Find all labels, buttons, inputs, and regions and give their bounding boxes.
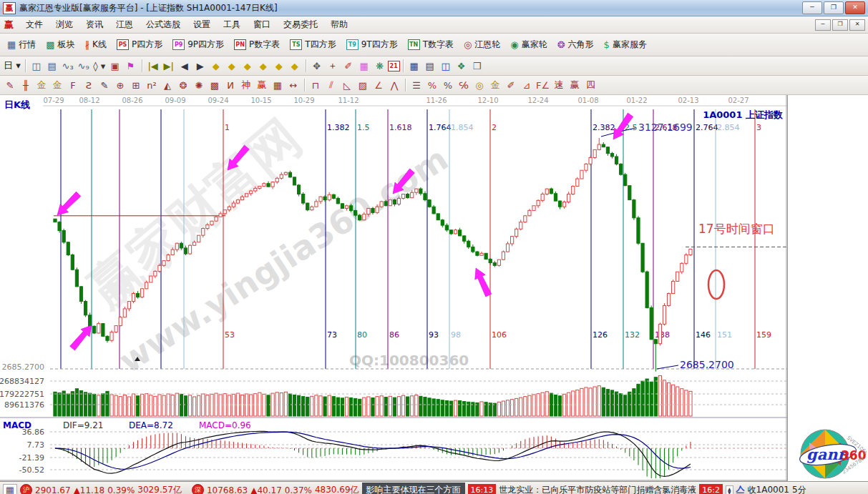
gann-circle-tool[interactable]: ⊕ [112,78,128,93]
export-icon[interactable]: ❖ [454,59,469,74]
menu-item-9[interactable]: 交易委托 [277,17,324,32]
menu-item-4[interactable]: 江恩 [109,17,140,32]
menu-item-6[interactable]: 设置 [187,17,217,32]
kline-box-icon[interactable]: ▣ [107,59,123,74]
save-icon[interactable]: ◫ [438,59,454,74]
angle-ying-tool[interactable]: 赢 [567,76,582,94]
golden-section-h-tool[interactable]: 金 [34,76,49,94]
gold-line-tool[interactable]: 金 [487,76,503,94]
ticker-spinner[interactable]: ▲▼ [726,485,733,494]
crosshair-tool[interactable]: ＋ [325,57,341,74]
gann-grid-tool[interactable]: ╫ [18,78,34,93]
brush-tool[interactable]: ✎ [97,78,112,93]
width-measure-tool[interactable]: ↔ [286,78,301,93]
p-table-button[interactable]: PNP数字表 [229,36,285,53]
shen-tool[interactable]: 神 [238,76,254,94]
percent-line-tool[interactable]: ℅ [456,78,472,93]
angle-speed-tool[interactable]: 速 [551,76,567,94]
angle-line-tool[interactable]: ∠ [371,78,386,93]
box-frame-tool[interactable]: ⊓ [308,78,323,93]
p-square-button[interactable]: PSP四方形 [112,36,167,53]
prev-bar-button[interactable]: ◀ [177,59,192,74]
green-wheel-tool[interactable]: ❋ [372,59,388,74]
angle-f-tool[interactable]: F∠ [535,78,551,93]
9p-square-button[interactable]: P99P四方形 [167,36,229,53]
gann-wheel-button[interactable]: ◎江恩轮 [459,36,505,53]
diamond-right-button[interactable]: ◆ [224,59,240,74]
corner-fan-tool[interactable]: ◺ [339,78,355,93]
pink-grid-tool[interactable]: ▦ [356,59,372,74]
color-flag-icon[interactable]: ⚑ [123,59,139,74]
quotes-button[interactable]: ▦行情 [2,36,41,53]
menu-item-1[interactable]: 文件 [19,17,49,32]
menu-item-7[interactable]: 工具 [217,17,247,32]
volume-layer[interactable] [54,375,692,416]
percent-red-tool[interactable]: % [424,78,440,93]
angle-four-tool[interactable]: 四 [582,76,598,94]
pen-tool[interactable]: ✎ [2,78,18,93]
menu-item-2[interactable]: 浏览 [49,17,79,32]
news-ticker-text[interactable]: 世龙实业：已向乐平市防疫站等部门捐赠含氯消毒液 [499,484,696,494]
golden-section-v-tool[interactable]: 金 [49,76,65,94]
n-square-tool[interactable]: n² [144,78,160,93]
gold-circle-tool[interactable]: ◎ [472,78,487,93]
macd-pane[interactable]: MACDDIF=9.21DEA=8.72MACD=0.9636.867.73-2… [0,420,787,480]
quote-list-icon[interactable]: ▤ [44,59,60,74]
menu-item-3[interactable]: 资讯 [79,17,109,32]
gann-wheel-tool[interactable]: ❂ [175,78,191,93]
hand-tool[interactable]: ✥ [309,59,325,74]
percent-plain-tool[interactable]: % [440,78,456,93]
sectors-button[interactable]: ▩板块 [41,36,79,53]
angle-j-tool[interactable]: ⊿ [519,78,535,93]
wave9-icon[interactable]: ∿₉ [76,59,92,74]
menu-item-10[interactable]: 帮助 [324,17,354,32]
number-grid-tool[interactable]: ▦ [270,78,286,93]
wave3-icon[interactable]: ∿₃ [60,59,76,74]
shenzhen-market-icon[interactable]: 深 [192,484,204,494]
diamond-shrink-button[interactable]: ◆ [255,59,271,74]
menu-item-5[interactable]: 公式选股 [140,17,187,32]
spiral-tool[interactable]: Ƨ [81,78,97,93]
mdi-minimize-button[interactable]: ─ [815,19,831,31]
vee-line-tool[interactable]: ⋀ [386,78,402,93]
diamond-expand-button[interactable]: ◆ [240,59,255,74]
calendar-21-icon[interactable]: 21 [388,61,400,71]
kline-chart[interactable]: 赢家财富网www.yingjia360.comQQ:10080036007-29… [0,95,787,481]
mirror-angle-tool[interactable]: ◭ [160,78,175,93]
kline-button[interactable]: ∦K线 [80,36,112,53]
mdi-restore-button[interactable]: ❐ [832,19,848,31]
ink-angle-tool[interactable]: ✐ [503,78,519,93]
print-icon[interactable]: ❒ [469,59,485,74]
t-square-button[interactable]: TST四方形 [285,36,341,53]
period-minute-label[interactable]: 5分 [792,484,806,494]
quote-table-icon[interactable]: ▦ [3,484,17,494]
chart-window-icon[interactable]: ◫ [29,59,44,74]
diamond-up-button[interactable]: ◆ [271,59,287,74]
t-table-button[interactable]: TNT数字表 [403,36,459,53]
diamond-left-button[interactable]: ◆ [208,59,224,74]
diamond-down-button[interactable]: ◆ [287,59,303,74]
grid-fan-tool[interactable]: ▨ [355,78,371,93]
last-bar-button[interactable]: ▶| [161,59,177,74]
winner-wheel-button[interactable]: ◉赢家轮 [505,36,552,53]
title-bar[interactable]: 赢 赢家江恩专业版[赢家服务平台] - [上证指数 SH1A0001-147日K… [0,0,868,16]
rays-fan-tool[interactable]: ⫽ [323,77,339,93]
news-headline-dark[interactable]: 影响主要体现在三个方面 [362,483,465,494]
grid-tool[interactable]: ▩ [207,78,223,93]
minimize-button[interactable]: ─ [802,1,822,14]
close-button[interactable]: ✕ [845,1,865,14]
gann-box-tool[interactable]: ⊞ [128,78,144,93]
annotate-pen-tool[interactable]: ✐ [341,59,356,74]
ying-tool[interactable]: 赢 [254,76,270,94]
fibonacci-tool[interactable]: F [65,78,81,93]
chart-canvas[interactable]: 赢家财富网www.yingjia360.comQQ:10080036007-29… [0,95,868,481]
wave-mark-tool[interactable]: И [223,78,238,93]
menu-item-8[interactable]: 窗口 [247,17,277,32]
bar-style-dropdown[interactable]: ◊ ▾ [92,59,107,74]
calculator-icon[interactable]: ▦ [406,59,422,74]
notes-icon[interactable]: ▤ [422,59,438,74]
period-day-dropdown[interactable]: 日 ▾ [2,57,22,74]
next-bar-button[interactable]: ▶ [192,59,208,74]
9t-square-button[interactable]: T99T四方形 [341,36,403,53]
winner-service-button[interactable]: $赢家服务 [599,36,652,53]
